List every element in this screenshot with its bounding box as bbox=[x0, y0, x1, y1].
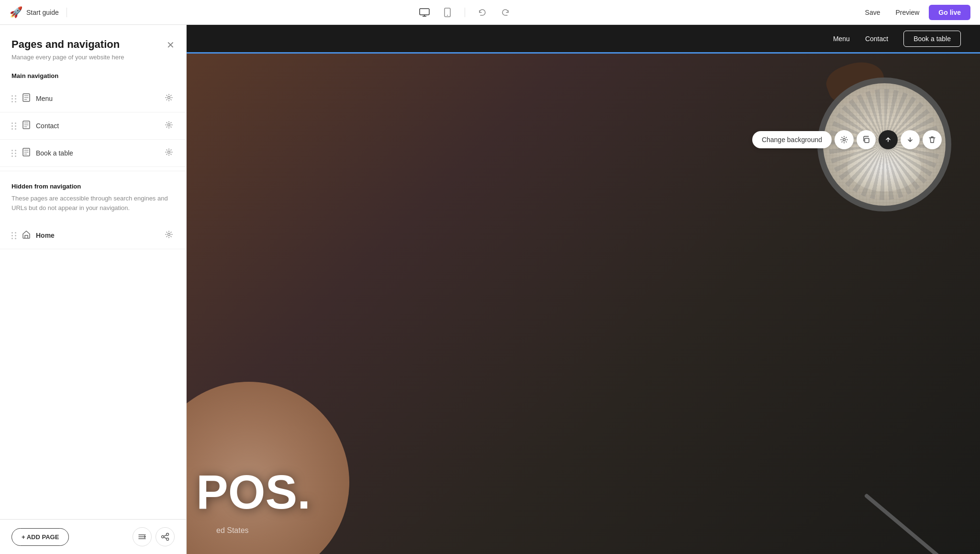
sidebar-title: Pages and navigation bbox=[11, 38, 124, 51]
svg-point-6 bbox=[168, 124, 170, 126]
undo-button[interactable] bbox=[475, 5, 490, 20]
nav-item-menu[interactable]: Menu bbox=[0, 85, 186, 112]
page-icon-contact bbox=[22, 121, 30, 131]
sidebar-header-text: Pages and navigation Manage every page o… bbox=[11, 38, 124, 61]
toolbar-settings-button[interactable] bbox=[835, 130, 854, 149]
toolbar-move-down-button[interactable] bbox=[901, 130, 920, 149]
page-icon-menu bbox=[22, 93, 30, 104]
topbar-center bbox=[417, 5, 513, 20]
nav-item-menu-settings[interactable] bbox=[163, 92, 175, 105]
main-layout: Pages and navigation Manage every page o… bbox=[0, 25, 980, 554]
topbar-right: Save Preview Go live bbox=[859, 5, 970, 20]
nav-item-book-table[interactable]: Book a table bbox=[0, 140, 186, 167]
toolbar-delete-button[interactable] bbox=[923, 130, 942, 149]
site-navbar: Menu Contact Book a table bbox=[187, 25, 980, 54]
floating-toolbar: Change background bbox=[752, 130, 942, 149]
redo-button[interactable] bbox=[498, 5, 513, 20]
topbar-left: 🚀 Start guide bbox=[10, 6, 71, 19]
main-nav-label: Main navigation bbox=[0, 72, 186, 85]
sidebar-header: Pages and navigation Manage every page o… bbox=[0, 25, 186, 68]
drag-handle-contact bbox=[11, 122, 17, 130]
nav-item-menu-label: Menu bbox=[36, 95, 157, 102]
nav-item-contact-settings[interactable] bbox=[163, 119, 175, 133]
preview-button[interactable]: Preview bbox=[890, 5, 925, 20]
canvas: Menu Contact Book a table POS. ed States bbox=[187, 25, 980, 554]
site-nav-contact[interactable]: Contact bbox=[865, 35, 888, 43]
rocket-icon: 🚀 bbox=[10, 6, 22, 19]
hero-subtext: ed States bbox=[216, 526, 249, 535]
close-button[interactable]: ✕ bbox=[167, 39, 175, 51]
reorder-button[interactable] bbox=[133, 527, 152, 546]
divider bbox=[465, 8, 465, 17]
sidebar-subtitle: Manage every page of your website here bbox=[11, 54, 124, 61]
toolbar-copy-button[interactable] bbox=[857, 130, 876, 149]
nav-item-contact[interactable]: Contact bbox=[0, 112, 186, 140]
nav-item-home-label: Home bbox=[36, 232, 157, 239]
nav-item-book-table-label: Book a table bbox=[36, 149, 157, 157]
svg-point-11 bbox=[162, 536, 164, 538]
sidebar: Pages and navigation Manage every page o… bbox=[0, 25, 187, 554]
add-page-button[interactable]: + ADD PAGE bbox=[11, 528, 69, 546]
drag-handle-home bbox=[11, 232, 17, 239]
svg-point-2 bbox=[447, 15, 448, 16]
nav-item-contact-label: Contact bbox=[36, 122, 157, 130]
nav-item-home[interactable]: Home bbox=[0, 222, 186, 249]
go-live-button[interactable]: Go live bbox=[929, 5, 970, 20]
svg-point-4 bbox=[168, 97, 170, 99]
nav-item-home-settings[interactable] bbox=[163, 229, 175, 242]
svg-point-13 bbox=[843, 139, 846, 141]
footer-actions bbox=[133, 527, 175, 546]
site-nav-book-table[interactable]: Book a table bbox=[903, 31, 961, 47]
save-button[interactable]: Save bbox=[859, 5, 886, 20]
share-button[interactable] bbox=[156, 527, 175, 546]
site-nav-menu[interactable]: Menu bbox=[833, 35, 850, 43]
site-hero: POS. ed States Change background bbox=[187, 54, 980, 554]
svg-rect-0 bbox=[420, 9, 429, 15]
sidebar-footer: + ADD PAGE bbox=[0, 519, 186, 554]
topbar-divider bbox=[67, 8, 67, 17]
mobile-view-button[interactable] bbox=[440, 5, 455, 20]
hidden-nav-section: Hidden from navigation These pages are a… bbox=[0, 171, 186, 222]
site-preview: Menu Contact Book a table POS. ed States bbox=[187, 25, 980, 554]
svg-rect-14 bbox=[865, 138, 869, 143]
toolbar-move-up-button[interactable] bbox=[879, 130, 898, 149]
home-icon bbox=[22, 230, 30, 241]
hero-text: POS. bbox=[196, 468, 311, 516]
drag-handle-menu bbox=[11, 95, 17, 102]
hidden-nav-description: These pages are accessible through searc… bbox=[11, 194, 175, 212]
drag-handle-book-table bbox=[11, 150, 17, 157]
svg-point-9 bbox=[168, 233, 170, 236]
start-guide-button[interactable]: Start guide bbox=[26, 9, 59, 16]
desktop-view-button[interactable] bbox=[417, 5, 432, 20]
change-background-button[interactable]: Change background bbox=[752, 131, 832, 148]
svg-point-8 bbox=[168, 151, 170, 154]
page-icon-book-table bbox=[22, 148, 30, 158]
hidden-nav-title: Hidden from navigation bbox=[11, 183, 175, 190]
nav-item-book-table-settings[interactable] bbox=[163, 146, 175, 160]
topbar: 🚀 Start guide Save Preview Go live bbox=[0, 0, 980, 25]
